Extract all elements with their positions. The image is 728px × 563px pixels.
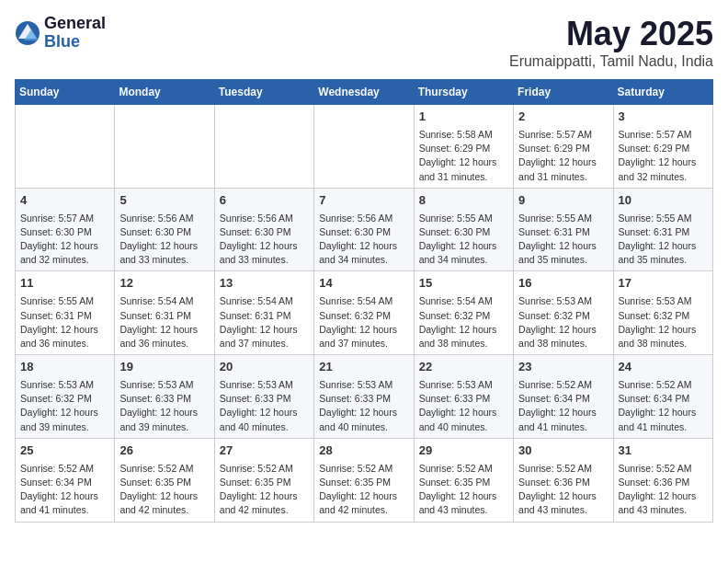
calendar-week-row: 18Sunrise: 5:53 AM Sunset: 6:32 PM Dayli…: [16, 355, 713, 439]
header-day: Thursday: [414, 80, 513, 105]
day-info: Sunrise: 5:52 AM Sunset: 6:35 PM Dayligh…: [319, 463, 397, 516]
header-day: Tuesday: [214, 80, 313, 105]
calendar-cell: 26Sunrise: 5:52 AM Sunset: 6:35 PM Dayli…: [115, 438, 214, 522]
calendar-cell: 5Sunrise: 5:56 AM Sunset: 6:30 PM Daylig…: [115, 188, 214, 271]
calendar-cell: 10Sunrise: 5:55 AM Sunset: 6:31 PM Dayli…: [613, 188, 712, 271]
calendar-cell: [16, 105, 115, 189]
header-day: Monday: [115, 80, 214, 105]
day-info: Sunrise: 5:55 AM Sunset: 6:31 PM Dayligh…: [518, 213, 597, 266]
day-number: 17: [619, 275, 708, 293]
day-info: Sunrise: 5:53 AM Sunset: 6:33 PM Dayligh…: [319, 379, 397, 432]
header-day: Wednesday: [314, 80, 414, 105]
calendar-cell: 4Sunrise: 5:57 AM Sunset: 6:30 PM Daylig…: [16, 188, 115, 271]
day-info: Sunrise: 5:52 AM Sunset: 6:35 PM Dayligh…: [419, 463, 497, 516]
logo-icon: [15, 20, 40, 46]
day-number: 12: [119, 275, 209, 293]
calendar-cell: [115, 105, 214, 189]
calendar-cell: 7Sunrise: 5:56 AM Sunset: 6:30 PM Daylig…: [314, 188, 414, 271]
day-info: Sunrise: 5:53 AM Sunset: 6:32 PM Dayligh…: [518, 295, 597, 349]
day-number: 29: [419, 442, 508, 460]
calendar-cell: 20Sunrise: 5:53 AM Sunset: 6:33 PM Dayli…: [214, 355, 313, 439]
calendar-cell: 17Sunrise: 5:53 AM Sunset: 6:32 PM Dayli…: [613, 271, 712, 355]
header-row: SundayMondayTuesdayWednesdayThursdayFrid…: [16, 80, 713, 105]
day-number: 30: [518, 442, 608, 460]
day-number: 13: [220, 275, 309, 293]
calendar-cell: 31Sunrise: 5:52 AM Sunset: 6:36 PM Dayli…: [613, 438, 712, 522]
calendar-cell: 27Sunrise: 5:52 AM Sunset: 6:35 PM Dayli…: [214, 438, 313, 522]
day-number: 21: [319, 359, 408, 376]
day-number: 9: [518, 192, 608, 210]
day-number: 25: [20, 442, 109, 460]
calendar-cell: 6Sunrise: 5:56 AM Sunset: 6:30 PM Daylig…: [214, 188, 313, 271]
day-number: 8: [419, 192, 508, 210]
day-info: Sunrise: 5:55 AM Sunset: 6:31 PM Dayligh…: [20, 295, 98, 349]
day-info: Sunrise: 5:53 AM Sunset: 6:32 PM Dayligh…: [619, 295, 697, 349]
calendar-cell: 15Sunrise: 5:54 AM Sunset: 6:32 PM Dayli…: [414, 271, 513, 355]
calendar-week-row: 4Sunrise: 5:57 AM Sunset: 6:30 PM Daylig…: [16, 188, 713, 271]
day-number: 19: [119, 359, 209, 376]
calendar-cell: 25Sunrise: 5:52 AM Sunset: 6:34 PM Dayli…: [16, 438, 115, 522]
calendar-cell: 21Sunrise: 5:53 AM Sunset: 6:33 PM Dayli…: [314, 355, 414, 439]
day-number: 14: [319, 275, 408, 293]
calendar-body: 1Sunrise: 5:58 AM Sunset: 6:29 PM Daylig…: [16, 105, 713, 523]
calendar-cell: 12Sunrise: 5:54 AM Sunset: 6:31 PM Dayli…: [115, 271, 214, 355]
day-info: Sunrise: 5:56 AM Sunset: 6:30 PM Dayligh…: [119, 213, 198, 266]
day-info: Sunrise: 5:54 AM Sunset: 6:31 PM Dayligh…: [119, 295, 198, 349]
calendar-week-row: 25Sunrise: 5:52 AM Sunset: 6:34 PM Dayli…: [16, 438, 713, 522]
calendar-cell: [314, 105, 414, 189]
calendar-cell: 14Sunrise: 5:54 AM Sunset: 6:32 PM Dayli…: [314, 271, 414, 355]
day-number: 22: [419, 359, 508, 376]
page-header: General Blue May 2025 Erumaippatti, Tami…: [15, 15, 713, 70]
calendar-week-row: 1Sunrise: 5:58 AM Sunset: 6:29 PM Daylig…: [16, 105, 713, 189]
logo-blue: Blue: [44, 33, 106, 52]
header-day: Saturday: [613, 80, 712, 105]
day-number: 26: [119, 442, 209, 460]
day-info: Sunrise: 5:56 AM Sunset: 6:30 PM Dayligh…: [319, 213, 397, 266]
calendar-cell: 28Sunrise: 5:52 AM Sunset: 6:35 PM Dayli…: [314, 438, 414, 522]
calendar-cell: 22Sunrise: 5:53 AM Sunset: 6:33 PM Dayli…: [414, 355, 513, 439]
day-number: 24: [619, 359, 708, 376]
calendar-header: SundayMondayTuesdayWednesdayThursdayFrid…: [16, 80, 713, 105]
day-info: Sunrise: 5:57 AM Sunset: 6:29 PM Dayligh…: [518, 129, 597, 182]
day-info: Sunrise: 5:55 AM Sunset: 6:30 PM Dayligh…: [419, 213, 497, 266]
calendar-cell: 23Sunrise: 5:52 AM Sunset: 6:34 PM Dayli…: [514, 355, 613, 439]
day-number: 27: [220, 442, 309, 460]
calendar-subtitle: Erumaippatti, Tamil Nadu, India: [509, 53, 713, 70]
calendar-table: SundayMondayTuesdayWednesdayThursdayFrid…: [15, 79, 713, 523]
calendar-cell: 8Sunrise: 5:55 AM Sunset: 6:30 PM Daylig…: [414, 188, 513, 271]
day-number: 6: [220, 192, 309, 210]
day-number: 16: [518, 275, 608, 293]
day-number: 2: [518, 109, 608, 126]
day-info: Sunrise: 5:52 AM Sunset: 6:34 PM Dayligh…: [619, 379, 697, 432]
calendar-cell: 16Sunrise: 5:53 AM Sunset: 6:32 PM Dayli…: [514, 271, 613, 355]
calendar-cell: 2Sunrise: 5:57 AM Sunset: 6:29 PM Daylig…: [514, 105, 613, 189]
calendar-cell: 11Sunrise: 5:55 AM Sunset: 6:31 PM Dayli…: [16, 271, 115, 355]
logo: General Blue: [15, 15, 106, 52]
calendar-cell: 18Sunrise: 5:53 AM Sunset: 6:32 PM Dayli…: [16, 355, 115, 439]
day-number: 15: [419, 275, 508, 293]
day-number: 3: [619, 109, 708, 126]
title-block: May 2025 Erumaippatti, Tamil Nadu, India: [509, 15, 713, 70]
day-number: 10: [619, 192, 708, 210]
day-number: 7: [319, 192, 408, 210]
calendar-cell: 3Sunrise: 5:57 AM Sunset: 6:29 PM Daylig…: [613, 105, 712, 189]
calendar-cell: 9Sunrise: 5:55 AM Sunset: 6:31 PM Daylig…: [514, 188, 613, 271]
day-info: Sunrise: 5:52 AM Sunset: 6:35 PM Dayligh…: [220, 463, 298, 516]
day-number: 11: [20, 275, 109, 293]
logo-general: General: [44, 15, 106, 33]
calendar-cell: 30Sunrise: 5:52 AM Sunset: 6:36 PM Dayli…: [514, 438, 613, 522]
day-info: Sunrise: 5:53 AM Sunset: 6:33 PM Dayligh…: [119, 379, 198, 432]
calendar-cell: 1Sunrise: 5:58 AM Sunset: 6:29 PM Daylig…: [414, 105, 513, 189]
day-info: Sunrise: 5:56 AM Sunset: 6:30 PM Dayligh…: [220, 213, 298, 266]
day-number: 20: [220, 359, 309, 376]
header-day: Friday: [514, 80, 613, 105]
day-info: Sunrise: 5:52 AM Sunset: 6:34 PM Dayligh…: [518, 379, 597, 432]
day-info: Sunrise: 5:52 AM Sunset: 6:36 PM Dayligh…: [518, 463, 597, 516]
day-info: Sunrise: 5:52 AM Sunset: 6:34 PM Dayligh…: [20, 463, 98, 516]
calendar-title: May 2025: [509, 15, 713, 53]
day-info: Sunrise: 5:55 AM Sunset: 6:31 PM Dayligh…: [619, 213, 697, 266]
day-number: 4: [20, 192, 109, 210]
day-info: Sunrise: 5:53 AM Sunset: 6:33 PM Dayligh…: [220, 379, 298, 432]
day-number: 5: [119, 192, 209, 210]
day-number: 31: [619, 442, 708, 460]
